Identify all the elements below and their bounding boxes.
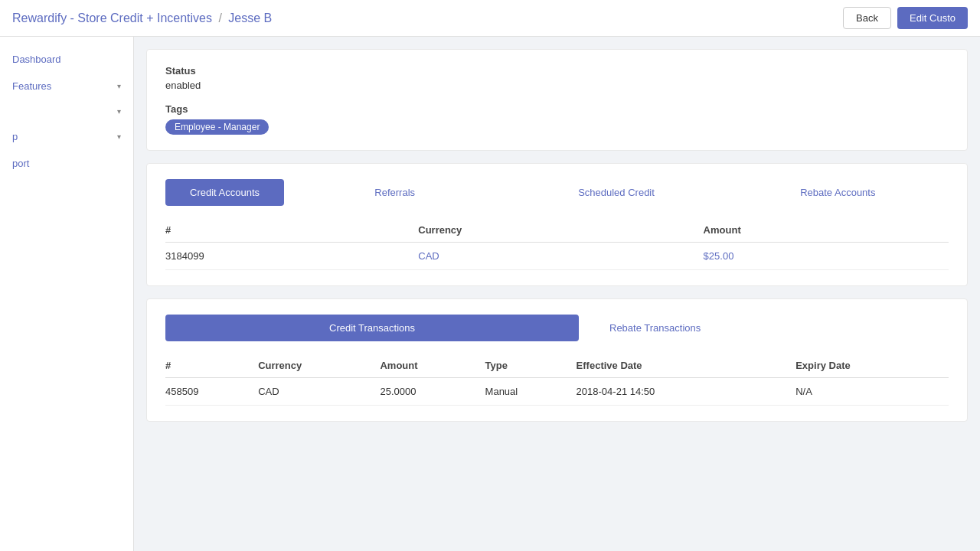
- tags-label: Tags: [165, 103, 949, 115]
- transaction-tabs: Credit Transactions Rebate Transactions: [165, 315, 949, 341]
- col-header-amount: Amount: [704, 218, 949, 243]
- cell-amount: 25.0000: [380, 378, 485, 406]
- sidebar: Dashboard Features ▾ ▾ p ▾ port: [0, 37, 134, 551]
- cell-id: 3184099: [165, 243, 418, 270]
- col-header-amount: Amount: [380, 354, 485, 378]
- sidebar-label: Features: [12, 80, 51, 92]
- sidebar-item-2[interactable]: ▾: [0, 99, 133, 123]
- sidebar-label: p: [12, 131, 18, 142]
- cell-id: 458509: [165, 378, 258, 406]
- status-card: Status enabled Tags Employee - Manager: [146, 49, 968, 151]
- sidebar-label: port: [12, 158, 29, 169]
- back-button[interactable]: Back: [843, 7, 891, 29]
- cell-effective-date: 2018-04-21 14:50: [577, 378, 796, 406]
- status-label: Status: [165, 65, 949, 77]
- tab-rebate-transactions[interactable]: Rebate Transactions: [579, 315, 731, 341]
- tab-credit-accounts[interactable]: Credit Accounts: [165, 179, 284, 206]
- page-title: Rewardify - Store Credit + Incentives / …: [12, 11, 272, 25]
- edit-customer-button[interactable]: Edit Custo: [897, 7, 968, 29]
- cell-expiry-date: N/A: [795, 378, 949, 406]
- credit-accounts-tabs: Credit Accounts Referrals Scheduled Cred…: [165, 179, 949, 206]
- customer-name: Jesse B: [228, 11, 272, 24]
- sidebar-item-features[interactable]: Features ▾: [0, 73, 133, 99]
- credit-accounts-card: Credit Accounts Referrals Scheduled Cred…: [146, 163, 968, 286]
- tab-scheduled-credit[interactable]: Scheduled Credit: [505, 179, 727, 206]
- employee-tag: Employee - Manager: [165, 119, 269, 135]
- cell-currency: CAD: [258, 378, 380, 406]
- col-header-id: #: [165, 354, 258, 378]
- chevron-down-icon: ▾: [117, 132, 121, 141]
- main-content: Status enabled Tags Employee - Manager C…: [134, 37, 980, 551]
- col-header-currency: Currency: [418, 218, 703, 243]
- tab-credit-transactions[interactable]: Credit Transactions: [165, 315, 579, 341]
- col-header-expiry-date: Expiry Date: [795, 354, 949, 378]
- cell-type: Manual: [485, 378, 577, 406]
- topbar-actions: Back Edit Custo: [843, 7, 968, 29]
- col-header-id: #: [165, 218, 418, 243]
- cell-amount: $25.00: [704, 243, 949, 270]
- transactions-table: # Currency Amount Type Effective Date Ex…: [165, 354, 949, 406]
- cell-currency[interactable]: CAD: [418, 243, 703, 270]
- app-title: Rewardify - Store Credit + Incentives: [12, 11, 212, 24]
- col-header-currency: Currency: [258, 354, 380, 378]
- status-value: enabled: [165, 80, 949, 91]
- chevron-down-icon: ▾: [117, 107, 121, 116]
- table-row: 458509 CAD 25.0000 Manual 2018-04-21 14:…: [165, 378, 949, 406]
- sidebar-item-p[interactable]: p ▾: [0, 123, 133, 150]
- chevron-down-icon: ▾: [117, 82, 121, 90]
- sidebar-label: Dashboard: [12, 54, 61, 65]
- sidebar-item-dashboard[interactable]: Dashboard: [0, 46, 133, 73]
- transactions-card: Credit Transactions Rebate Transactions …: [146, 298, 968, 422]
- layout: Dashboard Features ▾ ▾ p ▾ port Status e…: [0, 37, 980, 551]
- sidebar-item-port[interactable]: port: [0, 150, 133, 177]
- table-row: 3184099 CAD $25.00: [165, 243, 949, 270]
- col-header-effective-date: Effective Date: [577, 354, 796, 378]
- tab-rebate-accounts[interactable]: Rebate Accounts: [727, 179, 949, 206]
- col-header-type: Type: [485, 354, 577, 378]
- separator: /: [218, 11, 221, 24]
- topbar: Rewardify - Store Credit + Incentives / …: [0, 0, 980, 37]
- tab-referrals[interactable]: Referrals: [284, 179, 505, 206]
- credit-accounts-table: # Currency Amount 3184099 CAD $25.00: [165, 218, 949, 270]
